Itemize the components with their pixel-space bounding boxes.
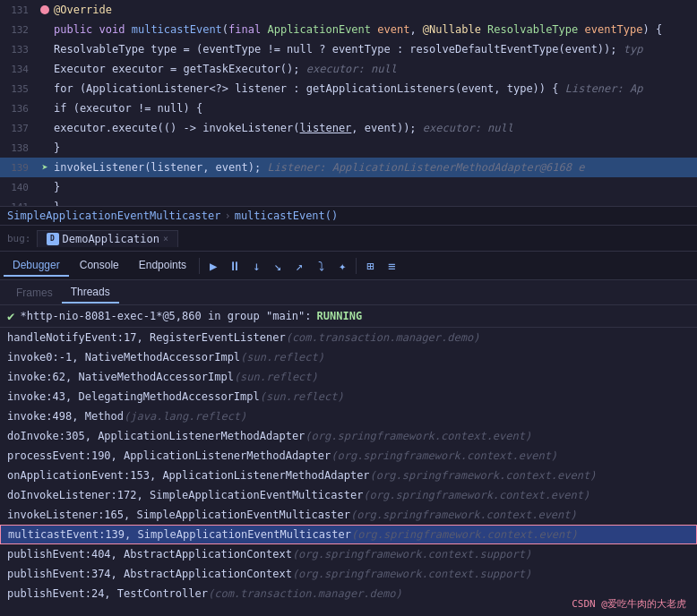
restore-layout-icon[interactable]: ⊞: [360, 256, 380, 276]
tab-console[interactable]: Console: [71, 255, 128, 277]
code-content: @Override: [54, 4, 693, 16]
code-line-132: 132public void multicastEvent(final Appl…: [0, 20, 697, 39]
frame-method: handleNotifyEvent:17, RegisterEventListe…: [7, 331, 286, 344]
pause-icon[interactable]: ⏸: [225, 256, 245, 276]
frame-method: publishEvent:374, AbstractApplicationCon…: [7, 568, 292, 580]
breadcrumb-method: multicastEvent(): [235, 210, 339, 222]
frame-package: (com.transaction.manager.demo): [286, 331, 480, 344]
frame-package: (com.transaction.manager.demo): [208, 587, 402, 600]
frame-package: (java.lang.reflect): [124, 410, 246, 423]
line-gutter: ➤: [36, 161, 54, 174]
frame-method: invokeListener:165, SimpleApplicationEve…: [7, 509, 350, 521]
code-content: if (executor != null) {: [54, 102, 693, 115]
code-content: ResolvableType type = (eventType != null…: [54, 43, 693, 56]
step-into-icon[interactable]: ↘: [268, 256, 288, 276]
status-check-icon: ✔: [7, 309, 14, 323]
resume-icon[interactable]: ▶: [203, 256, 223, 276]
code-content: executor.execute(() -> invokeListener(li…: [54, 122, 693, 134]
code-line-141: 141 }: [0, 197, 697, 206]
line-number: 139: [4, 162, 36, 174]
code-line-139: 139➤ invokeListener(listener, event); Li…: [0, 158, 697, 177]
frame-method: invoke:498, Method: [7, 410, 124, 423]
line-number: 134: [4, 64, 36, 75]
frame-method: invoke0:-1, NativeMethodAccessorImpl: [7, 351, 240, 364]
settings-icon[interactable]: ≡: [382, 256, 401, 276]
code-line-137: 137 executor.execute(() -> invokeListene…: [0, 118, 697, 138]
sub-tab-bar: Frames Threads: [0, 280, 697, 305]
code-content: for (ApplicationListener<?> listener : g…: [54, 82, 693, 95]
step-out-icon[interactable]: ↗: [289, 256, 309, 276]
code-line-135: 135 for (ApplicationListener<?> listener…: [0, 79, 697, 98]
demo-application-tab[interactable]: D DemoApplication ×: [37, 230, 178, 247]
frame-item[interactable]: invokeListener:165, SimpleApplicationEve…: [0, 505, 697, 525]
toolbar-separator-1: [199, 258, 200, 274]
frame-package: (org.springframework.context.event): [350, 509, 577, 521]
watermark: CSDN @爱吃牛肉的大老虎: [568, 595, 690, 612]
code-line-131: 131@Override: [0, 0, 697, 20]
step-over-icon[interactable]: ↓: [246, 256, 266, 276]
line-number: 135: [4, 83, 36, 95]
breadcrumb-separator: ›: [224, 210, 230, 222]
line-number: 136: [4, 103, 36, 115]
frame-method: publishEvent:404, AbstractApplicationCon…: [7, 548, 292, 560]
code-content: }: [54, 141, 693, 154]
app-icon: D: [47, 233, 59, 245]
line-number: 141: [4, 201, 36, 207]
frame-item[interactable]: invoke:498, Method (java.lang.reflect): [0, 406, 697, 426]
frame-method: processEvent:190, ApplicationListenerMet…: [7, 449, 331, 462]
code-content: }: [54, 181, 693, 193]
frame-item[interactable]: handleNotifyEvent:17, RegisterEventListe…: [0, 328, 697, 347]
run-to-cursor-icon[interactable]: ⤵: [311, 256, 331, 276]
evaluate-icon[interactable]: ✦: [332, 256, 352, 276]
frames-list[interactable]: handleNotifyEvent:17, RegisterEventListe…: [0, 328, 697, 616]
frame-item[interactable]: publishEvent:404, AbstractApplicationCon…: [0, 544, 697, 564]
line-number: 137: [4, 123, 36, 134]
code-line-136: 136 if (executor != null) {: [0, 98, 697, 118]
line-number: 131: [4, 4, 36, 16]
frame-item[interactable]: doInvoke:305, ApplicationListenerMethodA…: [0, 426, 697, 446]
line-gutter: [36, 5, 54, 14]
toolbar-separator-2: [356, 258, 357, 274]
tab-threads[interactable]: Threads: [62, 282, 119, 304]
line-number: 132: [4, 24, 36, 36]
debug-tab-bar: bug: D DemoApplication ×: [0, 225, 697, 252]
frame-package: (org.springframework.context.event): [351, 528, 578, 541]
tab-frames[interactable]: Frames: [7, 283, 62, 303]
frame-item[interactable]: doInvokeListener:172, SimpleApplicationE…: [0, 485, 697, 505]
frame-method: doInvokeListener:172, SimpleApplicationE…: [7, 489, 363, 501]
frame-package: (org.springframework.context.event): [363, 489, 589, 501]
debug-arrow: ➤: [41, 161, 47, 174]
thread-status-badge: RUNNING: [317, 310, 363, 322]
frame-package: (sun.reflect): [234, 371, 318, 383]
debug-label: bug:: [7, 233, 31, 244]
frame-package: (org.springframework.context.event): [305, 430, 531, 442]
code-line-134: 134 Executor executor = getTaskExecutor(…: [0, 59, 697, 79]
frame-method: publishEvent:24, TestController: [7, 587, 208, 600]
tab-endpoints[interactable]: Endpoints: [130, 255, 195, 277]
tab-debugger[interactable]: Debugger: [4, 255, 69, 277]
frame-method: invoke:43, DelegatingMethodAccessorImpl: [7, 390, 260, 403]
frame-item[interactable]: multicastEvent:139, SimpleApplicationEve…: [0, 525, 697, 544]
line-number: 138: [4, 142, 36, 154]
line-number: 133: [4, 44, 36, 56]
frame-package: (sun.reflect): [240, 351, 324, 364]
frame-method: multicastEvent:139, SimpleApplicationEve…: [8, 528, 351, 541]
code-line-138: 138 }: [0, 138, 697, 158]
code-content: Executor executor = getTaskExecutor(); e…: [54, 63, 693, 75]
frame-item[interactable]: invoke0:-1, NativeMethodAccessorImpl (su…: [0, 347, 697, 367]
code-editor: 131@Override132public void multicastEven…: [0, 0, 697, 206]
frame-item[interactable]: publishEvent:374, AbstractApplicationCon…: [0, 564, 697, 584]
frame-item[interactable]: onApplicationEvent:153, ApplicationListe…: [0, 466, 697, 485]
debug-panel: bug: D DemoApplication × Debugger Consol…: [0, 225, 697, 616]
frame-item[interactable]: invoke:62, NativeMethodAccessorImpl (sun…: [0, 367, 697, 387]
frame-package: (sun.reflect): [260, 390, 344, 403]
breadcrumb-class: SimpleApplicationEventMulticaster: [7, 210, 220, 222]
code-line-140: 140 }: [0, 177, 697, 197]
thread-status-bar: ✔ *http-nio-8081-exec-1*@5,860 in group …: [0, 305, 697, 328]
close-tab-button[interactable]: ×: [163, 234, 168, 244]
frame-item[interactable]: invoke:43, DelegatingMethodAccessorImpl …: [0, 387, 697, 406]
frame-package: (org.springframework.context.event): [370, 469, 597, 482]
frame-item[interactable]: processEvent:190, ApplicationListenerMet…: [0, 446, 697, 466]
frame-package: (org.springframework.context.support): [292, 568, 531, 580]
toolbar: Debugger Console Endpoints ▶ ⏸ ↓ ↘ ↗ ⤵ ✦…: [0, 252, 697, 280]
